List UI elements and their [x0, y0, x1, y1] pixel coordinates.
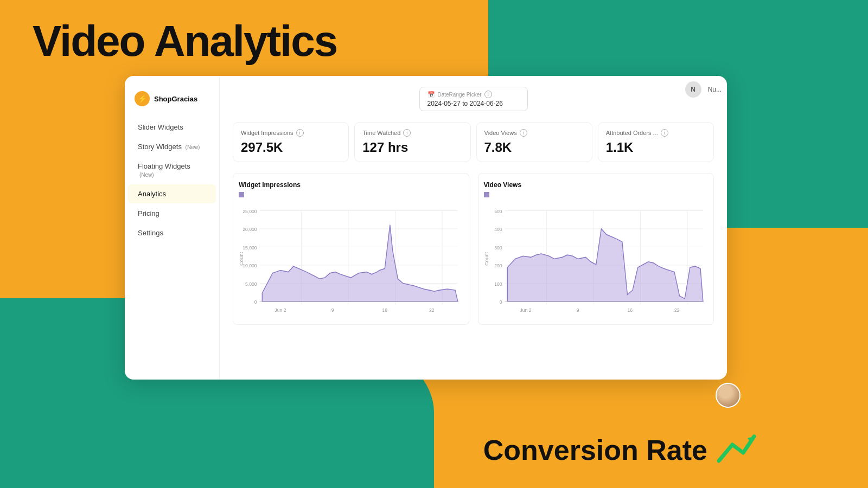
video-views-chart: Video Views: [478, 173, 714, 325]
sidebar-item-label: Story Widgets: [138, 143, 182, 151]
app-card: ⚡ ShopGracias Slider Widgets Story Widge…: [125, 76, 727, 380]
stat-card-attributed-orders: Attributed Orders ... i 1.1K: [598, 122, 714, 162]
svg-text:22: 22: [674, 307, 679, 313]
chart-legend: [484, 192, 709, 203]
svg-text:16: 16: [627, 307, 633, 313]
sidebar-logo: ⚡ ShopGracias: [125, 87, 219, 117]
stat-value: 297.5K: [241, 140, 341, 155]
sidebar-item-label: Slider Widgets: [138, 123, 183, 131]
calendar-icon: 📅: [427, 91, 435, 98]
stat-value: 127 hrs: [362, 140, 462, 155]
badge-new: (New): [139, 172, 154, 178]
widget-impressions-chart: Widget Impressions: [233, 173, 469, 325]
sidebar-item-story-widgets[interactable]: Story Widgets (New): [128, 137, 216, 156]
date-range-value: 2024-05-27 to 2024-06-26: [427, 100, 520, 107]
chart-svg: 500 400 300 200 100 0 Count Jun 2 9 16 2…: [484, 205, 709, 324]
logo-text: ShopGracias: [154, 95, 197, 103]
user-avatar: N: [685, 81, 701, 98]
legend-color: [484, 192, 489, 197]
stat-card-video-views: Video Views i 7.8K: [476, 122, 592, 162]
conversion-rate-section: Conversion Rate: [483, 434, 760, 466]
sidebar-item-label: Analytics: [138, 190, 166, 198]
info-icon[interactable]: i: [296, 129, 304, 137]
date-picker-label: 📅 DateRange Picker i: [427, 91, 520, 98]
sidebar-item-pricing[interactable]: Pricing: [128, 204, 216, 223]
svg-text:15,000: 15,000: [242, 245, 257, 250]
sidebar-item-settings[interactable]: Settings: [128, 223, 216, 242]
date-picker-section: 📅 DateRange Picker i 2024-05-27 to 2024-…: [233, 87, 714, 111]
svg-text:Jun 2: Jun 2: [275, 307, 286, 313]
chart-title: Video Views: [484, 181, 709, 189]
charts-row: Widget Impressions: [233, 173, 714, 325]
stat-value: 1.1K: [606, 140, 706, 155]
svg-text:9: 9: [576, 307, 579, 313]
sidebar-item-analytics[interactable]: Analytics: [128, 184, 216, 203]
svg-text:25,000: 25,000: [242, 208, 257, 214]
user-profile-avatar[interactable]: [716, 383, 741, 408]
stat-label: Video Views i: [484, 129, 584, 137]
svg-text:10,000: 10,000: [242, 263, 257, 268]
sidebar-item-floating-widgets[interactable]: Floating Widgets (New): [128, 157, 216, 184]
svg-text:300: 300: [494, 245, 502, 250]
page-title: Video Analytics: [33, 16, 337, 66]
chart-svg: 25,000 20,000 15,000 10,000 5,000 0 Coun…: [239, 205, 463, 324]
stat-value: 7.8K: [484, 140, 584, 155]
svg-text:400: 400: [494, 227, 502, 232]
stat-label: Time Watched i: [362, 129, 462, 137]
sidebar-item-label: Floating Widgets: [138, 162, 190, 170]
svg-text:20,000: 20,000: [242, 227, 257, 232]
user-name: Nu...: [708, 86, 722, 93]
trend-arrow-icon: [716, 434, 760, 466]
legend-color: [239, 192, 244, 197]
date-picker-box[interactable]: 📅 DateRange Picker i 2024-05-27 to 2024-…: [419, 87, 528, 111]
svg-text:200: 200: [494, 263, 502, 268]
svg-text:500: 500: [494, 208, 502, 214]
info-icon[interactable]: i: [661, 129, 668, 137]
svg-text:5,000: 5,000: [245, 281, 257, 286]
badge-new: (New): [186, 144, 200, 150]
svg-text:Count: Count: [239, 252, 244, 266]
conversion-rate-label: Conversion Rate: [483, 434, 707, 466]
chart-legend: [239, 192, 463, 203]
svg-text:100: 100: [494, 281, 502, 286]
svg-text:0: 0: [499, 299, 502, 305]
sidebar: ⚡ ShopGracias Slider Widgets Story Widge…: [125, 76, 220, 380]
stat-card-time-watched: Time Watched i 127 hrs: [354, 122, 470, 162]
main-content: N Nu... 📅 DateRange Picker i 2024-05-27 …: [220, 76, 727, 380]
svg-text:16: 16: [382, 307, 387, 313]
svg-text:9: 9: [331, 307, 334, 313]
svg-text:Count: Count: [484, 252, 489, 266]
user-section: N Nu...: [685, 81, 722, 98]
chart-title: Widget Impressions: [239, 181, 463, 189]
stat-label: Widget Impressions i: [241, 129, 341, 137]
stat-card-widget-impressions: Widget Impressions i 297.5K: [233, 122, 349, 162]
info-icon[interactable]: i: [403, 129, 411, 137]
svg-text:Jun 2: Jun 2: [520, 307, 531, 313]
info-icon[interactable]: i: [484, 91, 492, 98]
logo-icon: ⚡: [135, 91, 150, 106]
sidebar-nav: Slider Widgets Story Widgets (New) Float…: [125, 118, 219, 242]
sidebar-item-label: Settings: [138, 229, 163, 237]
stats-row: Widget Impressions i 297.5K Time Watched…: [233, 122, 714, 162]
info-icon[interactable]: i: [520, 129, 527, 137]
sidebar-item-label: Pricing: [138, 209, 159, 217]
svg-text:22: 22: [429, 307, 435, 313]
sidebar-item-slider-widgets[interactable]: Slider Widgets: [128, 118, 216, 137]
stat-label: Attributed Orders ... i: [606, 129, 706, 137]
svg-text:0: 0: [254, 299, 257, 305]
